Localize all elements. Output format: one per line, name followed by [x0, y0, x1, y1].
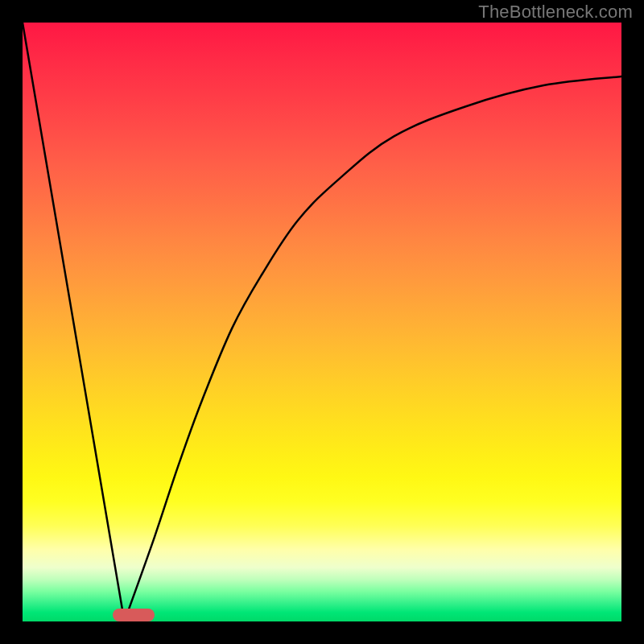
- watermark-text: TheBottleneck.com: [478, 2, 633, 23]
- chart-lines: [23, 23, 621, 621]
- plot-area: [23, 23, 621, 621]
- right-curve-path: [125, 76, 622, 621]
- bottleneck-marker: [113, 609, 155, 621]
- left-segment-path: [23, 23, 125, 621]
